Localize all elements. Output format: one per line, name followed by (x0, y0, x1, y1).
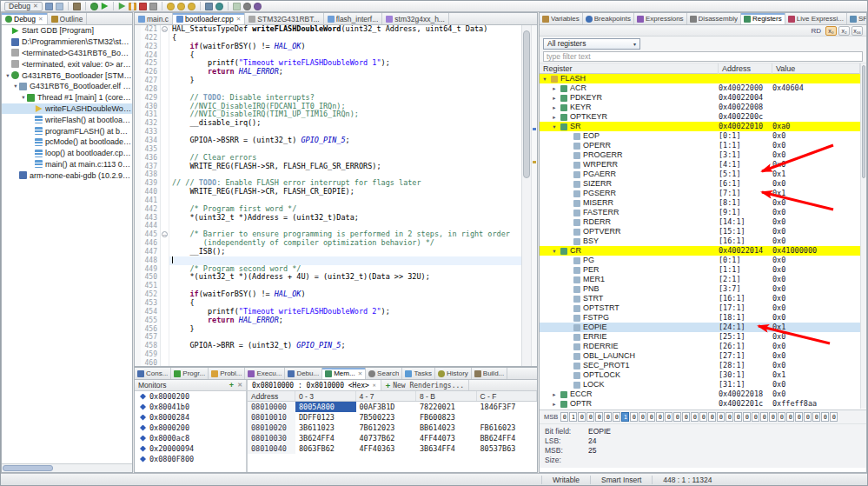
close-icon[interactable]: ✕ (38, 16, 43, 23)
line-number[interactable]: 450 (141, 273, 161, 282)
editor-vscrollbar[interactable] (521, 25, 531, 366)
memory-cell[interactable]: BB614023 (416, 423, 477, 433)
bit-24[interactable]: 1 (621, 412, 629, 422)
code-text[interactable]: { (169, 34, 521, 43)
bit-30[interactable]: 1 (569, 412, 577, 422)
fold-marker-icon[interactable]: – (162, 231, 168, 237)
register-row-progerr[interactable]: PROGERR[3:1]0x0 (540, 150, 860, 160)
memory-monitor-item[interactable]: 0x8000ac8 (135, 433, 246, 443)
expander-icon[interactable]: ▸ (551, 83, 558, 93)
bit-14[interactable]: 0 (708, 412, 716, 422)
line-number[interactable]: 423 (141, 43, 161, 51)
memory-cell[interactable] (477, 412, 538, 423)
line-number[interactable]: 456 (141, 325, 161, 334)
column-header-register[interactable]: Register (540, 63, 719, 74)
breakpoint-ruler[interactable] (135, 59, 141, 68)
breakpoint-ruler[interactable] (135, 214, 141, 223)
bit-23[interactable]: 0 (630, 412, 638, 422)
breakpoint-ruler[interactable] (135, 128, 141, 136)
code-text[interactable] (169, 350, 521, 359)
memory-address-cell[interactable]: 08010030 (248, 433, 295, 443)
tab-execu[interactable]: Execu... (245, 368, 285, 379)
bit-3[interactable]: 0 (804, 412, 812, 422)
memory-cell[interactable]: 4FF40363 (356, 443, 417, 454)
register-row-optr[interactable]: ▸OPTR0x4002201c0xffeff8aa (540, 399, 860, 409)
bit-4[interactable]: 0 (795, 412, 803, 422)
bit-5[interactable]: 0 (786, 412, 794, 422)
debug-tree-item[interactable]: ▾G431RBT6_Bootloader [STM32 C/C++... (2, 70, 132, 81)
add-monitor-icon[interactable]: + (229, 381, 234, 389)
register-row-sizerr[interactable]: SIZERR[6:1]0x0 (540, 179, 860, 189)
rendering-tab-new-renderings[interactable]: +New Renderings... (381, 380, 469, 390)
debug-tree-item[interactable]: <terminated, exit value: 0> arm-no... (2, 58, 132, 70)
code-text[interactable]: // // TODO: Enable FLASH error interrupt… (169, 179, 521, 188)
breakpoint-ruler[interactable] (135, 34, 141, 43)
memory-cell[interactable]: BB624FF4 (477, 433, 538, 443)
bit-12[interactable]: 0 (726, 412, 733, 422)
debug-tree-item[interactable]: Start GDB [Program] (2, 25, 132, 37)
line-number[interactable]: 439 (141, 179, 161, 188)
new-wizard-icon[interactable] (233, 3, 241, 10)
breakpoint-ruler[interactable] (135, 265, 141, 274)
code-text[interactable]: return HAL_ERROR; (169, 316, 521, 325)
bit-19[interactable]: 0 (665, 412, 673, 422)
expander-icon[interactable]: ▾ (4, 72, 11, 79)
breakpoint-ruler[interactable] (135, 282, 141, 290)
radix-button-x[interactable]: x₀ (825, 26, 837, 36)
breakpoint-ruler[interactable] (135, 222, 141, 230)
register-row-cr[interactable]: ▾CR0x400220140x41000000 (540, 246, 860, 256)
code-text[interactable] (169, 85, 521, 94)
debug-tree-item[interactable]: ▾G431RBT6_Bootloader.elf [cores: 0] (2, 81, 132, 92)
register-row-obl-launch[interactable]: OBL_LAUNCH[27:1]0x0 (540, 351, 860, 361)
register-row-optkeyr[interactable]: ▸OPTKEYR0x4002200c (540, 112, 860, 122)
fold-column[interactable]: – (161, 25, 169, 34)
code-text[interactable]: *(uint32_t *)Address = (uint32_t)Data; (169, 214, 521, 223)
debug-tree-item[interactable]: <terminated>G431RBT6_Bootload... (2, 48, 132, 59)
bit-1[interactable]: 0 (821, 412, 829, 422)
register-row-fasterr[interactable]: FASTERR[9:1]0x0 (540, 208, 860, 217)
register-row-wrperr[interactable]: WRPERR[4:1]0x0 (540, 160, 860, 170)
tab-debu[interactable]: Debu... (285, 368, 322, 379)
register-row-sr[interactable]: ▾SR0x400220100xa0 (540, 122, 860, 131)
line-number[interactable]: 442 (141, 205, 161, 214)
expander-icon[interactable]: ▸ (551, 399, 558, 409)
breakpoint-ruler[interactable] (135, 359, 141, 366)
code-text[interactable]: //NVIC_DisableIRQ(FDCAN1_IT0_IRQn); (169, 103, 521, 111)
breakpoint-ruler[interactable] (135, 196, 141, 205)
line-number[interactable]: 433 (141, 128, 161, 136)
breakpoint-ruler[interactable] (135, 325, 141, 334)
register-filter-input[interactable] (543, 51, 863, 62)
line-number[interactable]: 441 (141, 196, 161, 205)
breakpoint-ruler[interactable] (135, 179, 141, 188)
tab-sfrs[interactable]: SFRs (847, 13, 866, 24)
debug-tree-item[interactable]: loop() at bootloader.cpp:665 (2, 148, 132, 159)
tab-flash-interf[interactable]: flash_interf... (324, 13, 383, 24)
search-icon[interactable] (243, 3, 251, 10)
code-text[interactable]: // Clear errors (169, 154, 521, 163)
tab-live-expressi[interactable]: Live Expressi... (785, 13, 847, 24)
bit-11[interactable]: 0 (734, 412, 742, 422)
code-text[interactable]: if(waitForBSY() != HAL_OK) (169, 43, 521, 51)
tab-variables[interactable]: Variables (540, 13, 583, 24)
breakpoint-ruler[interactable] (135, 136, 141, 145)
breakpoint-ruler[interactable] (135, 145, 141, 154)
code-text[interactable]: WRITE_REG(FLASH->SR, FLASH_FLAG_SR_ERROR… (169, 163, 521, 171)
memory-cell[interactable]: 80537B63 (477, 443, 538, 454)
tab-expressions[interactable]: Expressions (634, 13, 687, 24)
breakpoint-ruler[interactable] (135, 333, 141, 342)
tab-disassembly[interactable]: Disassembly (687, 13, 741, 24)
line-number[interactable]: 455 (141, 316, 161, 325)
expander-icon[interactable]: ▾ (551, 122, 558, 131)
step-into-icon[interactable] (167, 3, 175, 10)
line-number[interactable]: 440 (141, 188, 161, 196)
memory-cell[interactable]: 4FF44073 (416, 433, 477, 443)
fold-marker-icon[interactable]: – (162, 26, 168, 32)
bit-22[interactable]: 0 (639, 412, 646, 422)
tab-mem[interactable]: Mem...✕ (322, 368, 366, 379)
expander-icon[interactable]: ▾ (541, 74, 548, 83)
line-number[interactable]: 460 (141, 359, 161, 366)
bit-25[interactable]: 0 (613, 412, 620, 422)
memory-address-cell[interactable]: 08010000 (248, 402, 295, 412)
expander-icon[interactable]: ▸ (551, 93, 558, 103)
bit-27[interactable]: 0 (595, 412, 603, 422)
